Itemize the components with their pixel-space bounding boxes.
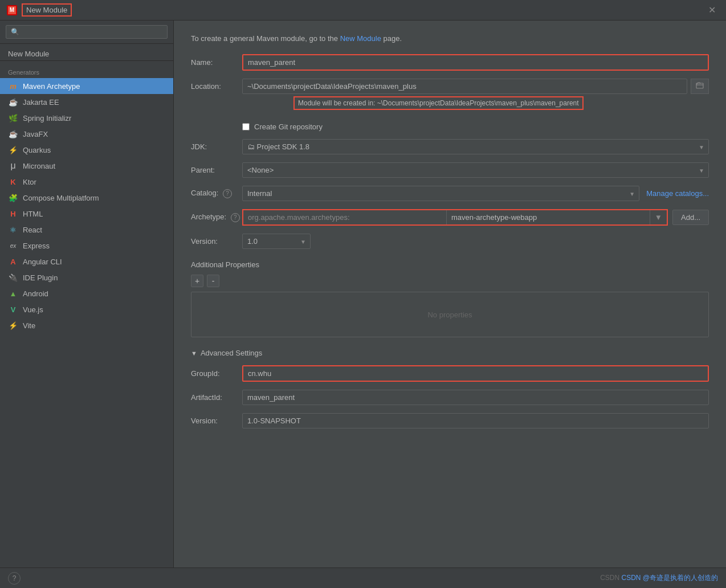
- sidebar-item-label: Micronaut: [23, 162, 55, 170]
- add-property-button[interactable]: +: [191, 275, 203, 287]
- parent-row: Parent: <None> ▼: [191, 162, 709, 178]
- sidebar-item-html[interactable]: H HTML: [0, 206, 173, 222]
- sidebar-item-label: HTML: [23, 210, 43, 218]
- sidebar-item-javafx[interactable]: ☕ JavaFX: [0, 126, 173, 142]
- version-adv-label: Version:: [191, 416, 242, 425]
- groupid-input[interactable]: [242, 365, 709, 382]
- name-input[interactable]: [242, 54, 709, 71]
- sidebar-item-ide-plugin[interactable]: 🔌 IDE Plugin: [0, 270, 173, 285]
- archetype-dropdown-button[interactable]: ▼: [650, 210, 667, 224]
- catalog-help-icon[interactable]: ?: [223, 189, 232, 198]
- vite-icon: ⚡: [8, 320, 18, 330]
- advanced-settings-label: Advanced Settings: [201, 349, 262, 357]
- version-label: Version:: [191, 237, 242, 246]
- sidebar-item-label: Quarkus: [23, 146, 51, 154]
- no-properties-text: No properties: [427, 311, 472, 319]
- right-panel: To create a general Maven module, go to …: [174, 21, 726, 567]
- vuejs-icon: V: [8, 304, 18, 315]
- help-button[interactable]: ?: [8, 572, 21, 585]
- version-select[interactable]: 1.0: [242, 234, 311, 249]
- sidebar-item-vite[interactable]: ⚡ Vite: [0, 317, 173, 333]
- sidebar-item-ktor[interactable]: K Ktor: [0, 174, 173, 190]
- sidebar-item-jakarta-ee[interactable]: ☕ Jakarta EE: [0, 94, 173, 110]
- compose-icon: 🧩: [8, 193, 18, 203]
- new-module-link[interactable]: New Module: [340, 34, 381, 43]
- module-path-hint-container: Module will be created in: ~\Documents\p…: [242, 96, 709, 116]
- svg-rect-0: [696, 83, 703, 88]
- location-input[interactable]: [242, 79, 687, 94]
- groupid-label: GroupId:: [191, 369, 242, 378]
- micronaut-icon: μ: [8, 161, 18, 171]
- sidebar-item-react[interactable]: ⚛ React: [0, 222, 173, 238]
- sidebar-item-spring-initializr[interactable]: 🌿 Spring Initializr: [0, 110, 173, 126]
- sidebar-item-label: Maven Archetype: [23, 82, 80, 91]
- close-button[interactable]: ✕: [705, 3, 719, 17]
- version-row: Version: 1.0 ▼: [191, 234, 709, 249]
- browse-button[interactable]: [691, 79, 709, 94]
- groupid-row: GroupId:: [191, 365, 709, 382]
- archetype-group-input[interactable]: [243, 210, 446, 224]
- sidebar-item-label: Android: [23, 289, 48, 298]
- version-adv-input[interactable]: [242, 413, 709, 428]
- jakarta-ee-icon: ☕: [8, 97, 18, 107]
- location-label: Location:: [191, 82, 242, 91]
- new-module-dialog: M New Module ✕ New Module Generators m M…: [0, 0, 726, 588]
- artifactid-input[interactable]: [242, 390, 709, 405]
- android-icon: ▲: [8, 288, 18, 299]
- sidebar-item-label: JavaFX: [23, 130, 48, 138]
- git-checkbox-label: Create Git repository: [254, 122, 323, 131]
- additional-properties-section: Additional Properties + - No properties: [191, 260, 709, 337]
- name-label: Name:: [191, 58, 242, 67]
- watermark: CSDN CSDN @奇迹是执着的人创造的: [600, 573, 718, 583]
- archetype-label: Archetype: ?: [191, 213, 242, 222]
- module-path-hint: Module will be created in: ~\Documents\p…: [293, 96, 584, 110]
- props-actions: + -: [191, 275, 709, 287]
- remove-property-button[interactable]: -: [207, 275, 219, 287]
- catalog-label: Catalog: ?: [191, 189, 242, 198]
- info-text: To create a general Maven module, go to …: [191, 34, 709, 43]
- sidebar-item-label: Jakarta EE: [23, 98, 59, 107]
- archetype-artifact-input[interactable]: [446, 210, 650, 224]
- sidebar-item-label: Ktor: [23, 178, 36, 186]
- generators-label: Generators: [0, 66, 173, 78]
- maven-archetype-icon: m: [8, 81, 18, 91]
- search-area: [0, 21, 173, 44]
- sidebar-item-compose-multiplatform[interactable]: 🧩 Compose Multiplatform: [0, 190, 173, 206]
- sidebar-item-micronaut[interactable]: μ Micronaut: [0, 158, 173, 174]
- parent-select[interactable]: <None>: [242, 162, 709, 178]
- react-icon: ⚛: [8, 224, 18, 235]
- artifactid-row: ArtifactId:: [191, 390, 709, 405]
- title-bar: M New Module ✕: [0, 0, 726, 21]
- add-archetype-button[interactable]: Add...: [672, 210, 709, 225]
- html-icon: H: [8, 209, 18, 219]
- version-adv-row: Version:: [191, 413, 709, 428]
- search-input[interactable]: [6, 25, 168, 39]
- version-select-wrapper: 1.0 ▼: [242, 234, 311, 249]
- express-icon: ex: [8, 240, 18, 251]
- sidebar-item-label: Compose Multiplatform: [23, 194, 99, 202]
- archetype-help-icon[interactable]: ?: [231, 213, 240, 222]
- sidebar-item-label: React: [23, 226, 42, 234]
- advanced-settings-toggle[interactable]: ▼ Advanced Settings: [191, 349, 709, 357]
- archetype-row: Archetype: ? ▼ Add...: [191, 209, 709, 226]
- sidebar-item-quarkus[interactable]: ⚡ Quarkus: [0, 142, 173, 158]
- git-checkbox[interactable]: [242, 123, 250, 130]
- sidebar-item-vuejs[interactable]: V Vue.js: [0, 301, 173, 317]
- ktor-icon: K: [8, 177, 18, 187]
- catalog-select[interactable]: Internal: [242, 186, 639, 201]
- divider: [0, 60, 173, 61]
- parent-select-wrapper: <None> ▼: [242, 162, 709, 178]
- sidebar-item-angular-cli[interactable]: A Angular CLI: [0, 254, 173, 270]
- jdk-select-wrapper: 🗂 Project SDK 1.8 ▼: [242, 139, 709, 154]
- spring-initializr-icon: 🌿: [8, 113, 18, 123]
- ide-plugin-icon: 🔌: [8, 272, 18, 283]
- no-properties-area: No properties: [191, 292, 709, 337]
- sidebar-item-express[interactable]: ex Express: [0, 238, 173, 254]
- advanced-settings-section: ▼ Advanced Settings GroupId: ArtifactId:…: [191, 349, 709, 428]
- manage-catalogs-link[interactable]: Manage catalogs...: [646, 189, 709, 198]
- sidebar-item-maven-archetype[interactable]: m Maven Archetype: [0, 78, 173, 94]
- name-row: Name:: [191, 54, 709, 71]
- jdk-select[interactable]: 🗂 Project SDK 1.8: [242, 139, 709, 154]
- sidebar-item-label: Angular CLI: [23, 258, 62, 266]
- sidebar-item-android[interactable]: ▲ Android: [0, 285, 173, 301]
